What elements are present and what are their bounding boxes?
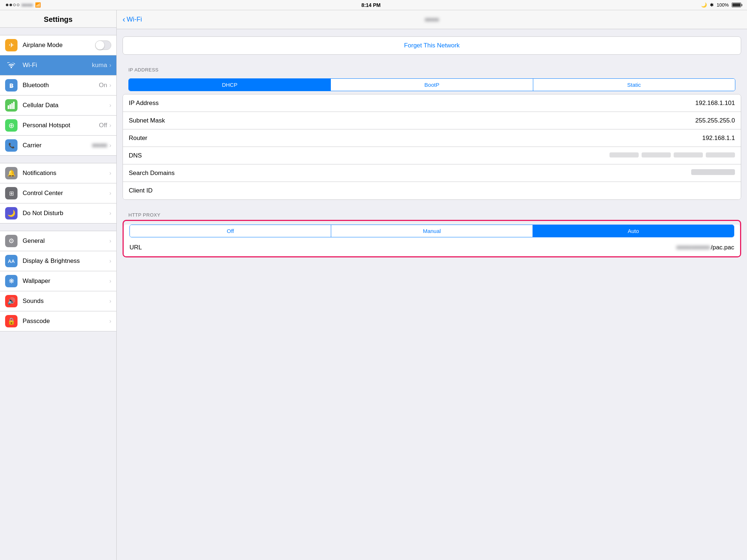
notifications-chevron-icon: › [109, 170, 111, 176]
subnet-mask-row: Subnet Mask 255.255.255.0 [123, 112, 741, 129]
segment-static[interactable]: Static [533, 79, 735, 91]
sounds-chevron-icon: › [109, 298, 111, 304]
battery-fill [732, 3, 740, 7]
sidebar-item-control-center[interactable]: ⊞ Control Center › [0, 183, 116, 203]
sidebar-item-notifications[interactable]: 🔔 Notifications › [0, 163, 116, 183]
sidebar-value-wifi: kuma [92, 62, 107, 69]
ip-address-section-header: IP ADDRESS [123, 62, 741, 75]
forget-network-button[interactable]: Forget This Network [123, 37, 741, 54]
wifi-icon: 📶 [35, 2, 41, 8]
sidebar-item-wifi[interactable]: Wi-Fi kuma › [0, 55, 116, 75]
sidebar-section-2: 🔔 Notifications › ⊞ Control Center › 🌙 D… [0, 163, 116, 223]
http-proxy-highlight-inner: Off Manual Auto URL ■■■■■■■■■/pac.pac [124, 225, 740, 256]
dot-2 [9, 4, 12, 6]
search-domains-blur [691, 169, 735, 175]
dot-4 [17, 4, 19, 6]
sidebar-value-bluetooth: On [99, 82, 107, 89]
segment-dhcp[interactable]: DHCP [129, 79, 331, 91]
detail-header-title: ■■■■ [425, 16, 439, 23]
do-not-disturb-chevron-icon: › [109, 210, 111, 217]
client-id-row: Client ID [123, 182, 741, 199]
wallpaper-icon: ❋ [5, 275, 18, 287]
svg-rect-0 [8, 105, 9, 109]
url-label: URL [129, 244, 188, 251]
ip-address-row: IP Address 192.168.1.101 [123, 94, 741, 112]
carrier-label: ■■■■ [22, 2, 33, 8]
segment-auto[interactable]: Auto [533, 225, 734, 237]
toggle-knob [96, 41, 104, 50]
router-label: Router [129, 135, 187, 142]
ip-address-label: IP Address [129, 100, 187, 107]
bluetooth-icon-sidebar: ʙ [5, 79, 18, 92]
proxy-segmented-control[interactable]: Off Manual Auto [129, 225, 734, 237]
airplane-toggle[interactable] [95, 40, 111, 50]
display-icon: AA [5, 255, 18, 267]
general-icon: ⚙ [5, 235, 18, 247]
control-center-icon: ⊞ [5, 187, 18, 199]
cellular-icon [5, 99, 18, 112]
sidebar-item-sounds[interactable]: 🔊 Sounds › [0, 291, 116, 311]
ip-segmented-control[interactable]: DHCP BootP Static [128, 78, 735, 91]
display-chevron-icon: › [109, 258, 111, 264]
sidebar-item-cellular[interactable]: Cellular Data › [0, 96, 116, 116]
wifi-icon-sidebar [5, 59, 18, 71]
sidebar-label-cellular: Cellular Data [23, 102, 109, 109]
sidebar-item-bluetooth[interactable]: ʙ Bluetooth On › [0, 75, 116, 96]
carrier-icon: 📞 [5, 139, 18, 152]
subnet-mask-label: Subnet Mask [129, 117, 187, 124]
search-domains-label: Search Domains [129, 170, 187, 177]
sidebar-label-passcode: Passcode [23, 318, 109, 325]
status-time: 8:14 PM [361, 2, 381, 8]
dot-1 [6, 4, 8, 6]
sidebar: Settings ✈ Airplane Mode Wi-Fi kuma [0, 10, 117, 560]
bluetooth-chevron-icon: › [109, 82, 111, 89]
airplane-icon: ✈ [5, 39, 18, 51]
url-value: ■■■■■■■■■/pac.pac [188, 244, 734, 251]
segment-manual[interactable]: Manual [331, 225, 533, 237]
sidebar-item-carrier[interactable]: 📞 Carrier ■■■■ › [0, 136, 116, 156]
sidebar-item-wallpaper[interactable]: ❋ Wallpaper › [0, 271, 116, 291]
forget-network-section: Forget This Network [123, 36, 741, 55]
general-chevron-icon: › [109, 238, 111, 244]
dns-blur-2 [642, 152, 671, 158]
dns-value [187, 152, 735, 159]
sidebar-label-notifications: Notifications [23, 170, 109, 177]
detail-panel: ‹ Wi-Fi ■■■■ Forget This Network IP ADDR… [117, 10, 747, 560]
back-chevron-icon: ‹ [123, 15, 125, 24]
detail-header: ‹ Wi-Fi ■■■■ [117, 10, 747, 29]
back-button[interactable]: ‹ Wi-Fi [123, 15, 142, 24]
sidebar-item-do-not-disturb[interactable]: 🌙 Do Not Disturb › [0, 203, 116, 223]
do-not-disturb-icon: 🌙 [5, 207, 18, 219]
dns-row: DNS [123, 147, 741, 164]
sidebar-value-carrier: ■■■■ [92, 142, 107, 149]
status-bar: ■■■■ 📶 8:14 PM 🌙 ✱ 100% [0, 0, 747, 10]
signal-dots [6, 4, 19, 6]
sidebar-item-display[interactable]: AA Display & Brightness › [0, 251, 116, 271]
notifications-icon: 🔔 [5, 167, 18, 179]
wallpaper-chevron-icon: › [109, 278, 111, 284]
battery-percent: 100% [717, 2, 729, 8]
dns-blur-1 [609, 152, 639, 158]
sidebar-item-hotspot[interactable]: ⊕ Personal Hotspot Off › [0, 116, 116, 136]
segment-bootp[interactable]: BootP [331, 79, 533, 91]
sidebar-label-wifi: Wi-Fi [23, 62, 92, 69]
sidebar-label-do-not-disturb: Do Not Disturb [23, 210, 109, 217]
sidebar-item-airplane[interactable]: ✈ Airplane Mode [0, 35, 116, 55]
moon-icon: 🌙 [701, 2, 707, 8]
sounds-icon: 🔊 [5, 295, 18, 307]
bluetooth-icon: ✱ [710, 2, 714, 8]
sidebar-label-control-center: Control Center [23, 190, 109, 197]
sidebar-label-display: Display & Brightness [23, 257, 109, 265]
ip-fields-section: IP Address 192.168.1.101 Subnet Mask 255… [123, 94, 741, 200]
status-left: ■■■■ 📶 [6, 2, 41, 8]
sidebar-item-passcode[interactable]: 🔒 Passcode › [0, 311, 116, 331]
router-row: Router 192.168.1.1 [123, 129, 741, 147]
router-value: 192.168.1.1 [187, 135, 735, 142]
sidebar-title: Settings [0, 10, 116, 28]
carrier-chevron-icon: › [109, 142, 111, 149]
sidebar-label-wallpaper: Wallpaper [23, 277, 109, 285]
segment-off[interactable]: Off [130, 225, 331, 237]
sidebar-item-general[interactable]: ⚙ General › [0, 231, 116, 251]
http-proxy-highlight-box: Off Manual Auto URL ■■■■■■■■■/pac.pac [123, 220, 741, 257]
sidebar-label-airplane: Airplane Mode [23, 42, 95, 49]
